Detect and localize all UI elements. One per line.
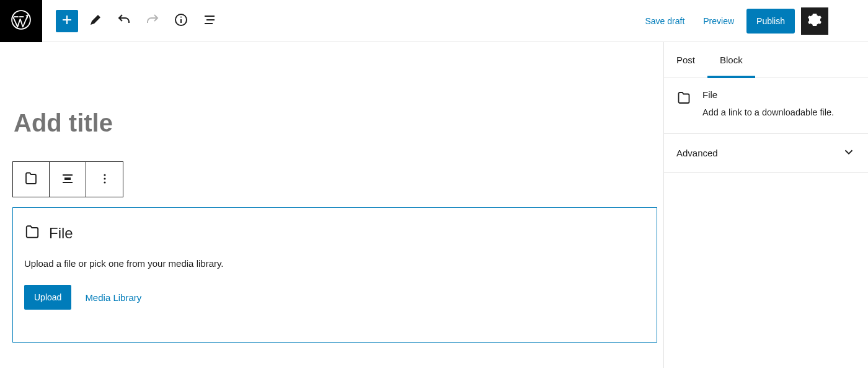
svg-point-9 [104,177,105,179]
publish-button[interactable]: Publish [746,9,795,34]
editor-canvas: Add title [0,42,663,368]
close-sidebar-button[interactable] [837,42,868,78]
file-block-placeholder[interactable]: File Upload a file or pick one from your… [12,207,657,343]
sidebar-block-description: Add a link to a downloadable file. [702,106,834,120]
wordpress-icon [11,9,32,32]
info-icon [174,12,188,29]
redo-icon [145,12,160,29]
list-view-icon [202,12,217,29]
file-icon [24,224,40,242]
toolbar-left-group [42,10,221,32]
outline-button[interactable] [198,10,221,32]
upload-button[interactable]: Upload [24,285,71,310]
wordpress-logo[interactable] [0,0,42,42]
save-draft-button[interactable]: Save draft [639,10,691,32]
add-block-button[interactable] [56,10,78,32]
sidebar-block-info: File Add a link to a downloadable file. [664,78,868,134]
toolbar-right-group: Save draft Preview Publish [639,7,868,35]
file-block-instructions: Upload a file or pick one from your medi… [24,258,644,269]
file-icon [676,89,691,120]
file-block-title: File [49,225,73,242]
settings-sidebar: Post Block File Add a link to a download… [663,42,868,368]
redo-button[interactable] [141,10,164,32]
top-toolbar: Save draft Preview Publish [0,0,868,42]
svg-point-8 [104,174,105,176]
block-more-button[interactable] [86,162,123,197]
undo-icon [117,12,131,29]
sidebar-block-name: File [702,89,834,100]
block-type-button[interactable] [13,162,50,197]
kebab-icon [97,171,112,188]
sidebar-tabs: Post Block [664,42,868,78]
tab-block[interactable]: Block [707,42,755,78]
svg-point-3 [180,17,182,18]
preview-button[interactable]: Preview [697,10,740,32]
settings-toggle-button[interactable] [801,7,828,35]
details-button[interactable] [170,10,192,32]
sidebar-advanced-panel[interactable]: Advanced [664,134,868,173]
advanced-label: Advanced [676,148,718,158]
tab-post[interactable]: Post [664,42,707,78]
chevron-down-icon [842,145,856,161]
media-library-button[interactable]: Media Library [85,292,141,303]
gear-icon [807,12,822,29]
post-title-input[interactable]: Add title [14,103,657,137]
svg-rect-7 [64,177,71,180]
svg-point-10 [104,181,105,183]
plus-icon [60,12,74,29]
more-options-button[interactable] [835,7,862,35]
block-toolbar [12,161,123,197]
pencil-icon [88,12,103,29]
block-align-button[interactable] [50,162,86,197]
tools-button[interactable] [84,10,107,32]
undo-button[interactable] [113,10,135,32]
align-icon [60,171,75,188]
file-icon [24,171,38,188]
